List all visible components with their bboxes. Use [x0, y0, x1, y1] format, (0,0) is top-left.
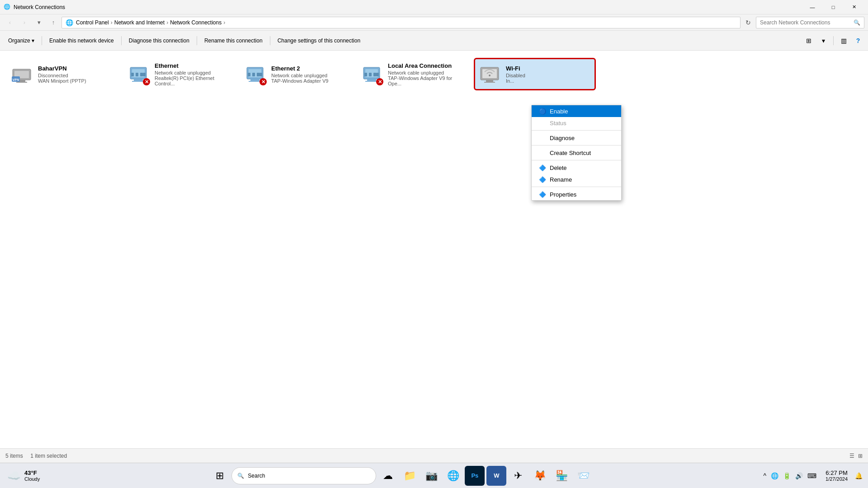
- tray-chevron[interactable]: ^: [761, 471, 768, 480]
- taskbar: ☁️ 43°F Cloudy ⊞ 🔍 Search ☁ 📁 📷 🌐 Ps W ✈…: [0, 463, 868, 488]
- navigation-bar: ‹ › ▾ ↑ 🌐 Control Panel › Network and In…: [0, 14, 868, 31]
- bahar-vpn-status: Disconnected: [38, 73, 117, 78]
- svg-rect-18: [248, 73, 250, 76]
- toolbar-separator-5: [833, 36, 834, 45]
- search-box[interactable]: 🔍: [756, 17, 864, 28]
- network-item-local-area[interactable]: ✕ Local Area Connection Network cable un…: [357, 58, 470, 90]
- browser-button[interactable]: 🌐: [443, 466, 463, 486]
- bahar-vpn-info: BaharVPN Disconnected WAN Miniport (PPTP…: [38, 65, 117, 84]
- svg-rect-33: [484, 82, 495, 83]
- local-area-info: Local Area Connection Network cable unpl…: [388, 62, 467, 86]
- change-settings-button[interactable]: Change settings of this connection: [273, 36, 365, 46]
- view-options-button[interactable]: ⊞: [802, 34, 815, 47]
- wifi-icon: [479, 63, 500, 84]
- enable-device-button[interactable]: Enable this network device: [45, 36, 118, 46]
- svg-rect-16: [250, 79, 259, 81]
- toolbar-separator-2: [121, 36, 122, 45]
- status-bar: 5 items 1 item selected ☰ ⊞: [0, 448, 868, 463]
- close-button[interactable]: ✕: [844, 0, 864, 14]
- status-right: ☰ ⊞: [849, 453, 863, 459]
- clock-widget[interactable]: 6:27 PM 1/27/2024: [822, 469, 851, 483]
- ethernet2-icon-wrap: ✕: [244, 63, 267, 85]
- diagnose-button[interactable]: Diagnose this connection: [124, 36, 194, 46]
- wifi-status: Disabled: [506, 73, 591, 78]
- recent-button[interactable]: ▾: [33, 16, 45, 29]
- weather-widget[interactable]: ☁️ 43°F Cloudy: [4, 468, 43, 484]
- network-item-ethernet[interactable]: ✕ Ethernet Network cable unplugged Realt…: [124, 58, 237, 90]
- telegram-button[interactable]: ✈: [508, 466, 528, 486]
- file-explorer-button[interactable]: 📁: [400, 466, 420, 486]
- network-item-wifi[interactable]: Wi-Fi Disabled In...: [474, 58, 596, 90]
- bahar-vpn-icon: VPN: [11, 63, 33, 84]
- taskbar-right: ^ 🌐 🔋 🔊 ⌨ 6:27 PM 1/27/2024 🔔: [760, 469, 864, 483]
- tray-network-icon[interactable]: 🌐: [769, 471, 780, 480]
- store-button[interactable]: 🏪: [552, 466, 571, 486]
- local-area-adapter: TAP-Windows Adapter V9 for Ope...: [388, 75, 467, 86]
- diagnose-icon: [539, 134, 546, 141]
- status-icon: [539, 119, 546, 127]
- toolbar: Organize ▾ Enable this network device Di…: [0, 31, 868, 51]
- tray-battery-icon[interactable]: 🔋: [781, 471, 793, 480]
- start-button[interactable]: ⊞: [210, 466, 230, 486]
- network-item-bahar-vpn[interactable]: VPN BaharVPN Disconnected WAN Miniport (…: [7, 58, 120, 90]
- firefox-button[interactable]: 🦊: [530, 466, 550, 486]
- context-menu-diagnose[interactable]: Diagnose: [532, 132, 621, 144]
- camera-button[interactable]: 📷: [421, 466, 441, 486]
- up-button[interactable]: ↑: [47, 16, 60, 29]
- taskbar-center: ⊞ 🔍 Search ☁ 📁 📷 🌐 Ps W ✈ 🦊 🏪 📨: [45, 466, 758, 486]
- properties-icon: 🔷: [539, 191, 546, 198]
- maximize-button[interactable]: □: [823, 0, 844, 14]
- window-title: Network Connections: [14, 4, 65, 10]
- main-content: VPN BaharVPN Disconnected WAN Miniport (…: [0, 51, 868, 448]
- network-item-ethernet2[interactable]: ✕ Ethernet 2 Network cable unplugged TAP…: [241, 58, 354, 90]
- svg-rect-28: [373, 73, 376, 76]
- view-dropdown-button[interactable]: ▾: [817, 34, 830, 47]
- ethernet2-info: Ethernet 2 Network cable unplugged TAP-W…: [271, 65, 350, 84]
- context-menu-rename[interactable]: 🔷 Rename: [532, 174, 621, 185]
- help-button[interactable]: ?: [852, 34, 864, 47]
- ethernet-status: Network cable unplugged: [155, 70, 233, 75]
- rename-icon: 🔷: [539, 176, 546, 183]
- search-input[interactable]: [760, 19, 851, 26]
- rename-button[interactable]: Rename this connection: [200, 36, 267, 46]
- svg-rect-27: [369, 73, 372, 76]
- ethernet2-status: Network cable unplugged: [271, 73, 350, 78]
- search-icon: 🔍: [237, 473, 244, 479]
- taskbar-search[interactable]: 🔍 Search: [231, 467, 376, 484]
- context-menu-status: Status: [532, 117, 621, 129]
- svg-rect-32: [486, 80, 493, 82]
- details-view-icon: ☰: [849, 453, 854, 459]
- svg-rect-12: [140, 73, 143, 76]
- preview-pane-button[interactable]: ▥: [837, 34, 850, 47]
- refresh-button[interactable]: ↻: [742, 17, 754, 28]
- toolbar-separator-3: [197, 36, 197, 45]
- svg-rect-19: [252, 73, 255, 76]
- wifi-icon-wrap: [479, 63, 501, 85]
- forward-button[interactable]: ›: [18, 16, 31, 29]
- svg-rect-10: [131, 73, 134, 76]
- large-icons-view-icon: ⊞: [858, 453, 863, 459]
- context-menu-enable[interactable]: 🔵 Enable: [532, 105, 621, 117]
- photoshop-button[interactable]: Ps: [465, 466, 485, 486]
- context-sep-2: [532, 145, 621, 145]
- back-button[interactable]: ‹: [4, 16, 16, 29]
- address-bar[interactable]: 🌐 Control Panel › Network and Internet ›…: [61, 17, 741, 28]
- ethernet2-name: Ethernet 2: [271, 65, 350, 72]
- minimize-button[interactable]: —: [802, 0, 823, 14]
- local-area-error-badge: ✕: [376, 78, 383, 85]
- word-button[interactable]: W: [486, 466, 506, 486]
- context-menu-properties[interactable]: 🔷 Properties: [532, 188, 621, 200]
- address-icon: 🌐: [66, 19, 73, 26]
- tray-volume-icon[interactable]: 🔊: [793, 471, 805, 480]
- mail-button[interactable]: 📨: [573, 466, 593, 486]
- notification-button[interactable]: 🔔: [853, 471, 864, 480]
- tray-keyboard-icon[interactable]: ⌨: [806, 471, 818, 480]
- context-menu-delete[interactable]: 🔷 Delete: [532, 162, 621, 174]
- toolbar-separator-1: [42, 36, 42, 45]
- context-menu-create-shortcut[interactable]: Create Shortcut: [532, 147, 621, 159]
- widgets-button[interactable]: ☁: [378, 466, 398, 486]
- window-icon: 🌐: [4, 4, 11, 11]
- organize-button[interactable]: Organize ▾: [4, 36, 39, 46]
- bahar-vpn-name: BaharVPN: [38, 65, 117, 72]
- weather-icon: ☁️: [7, 469, 21, 482]
